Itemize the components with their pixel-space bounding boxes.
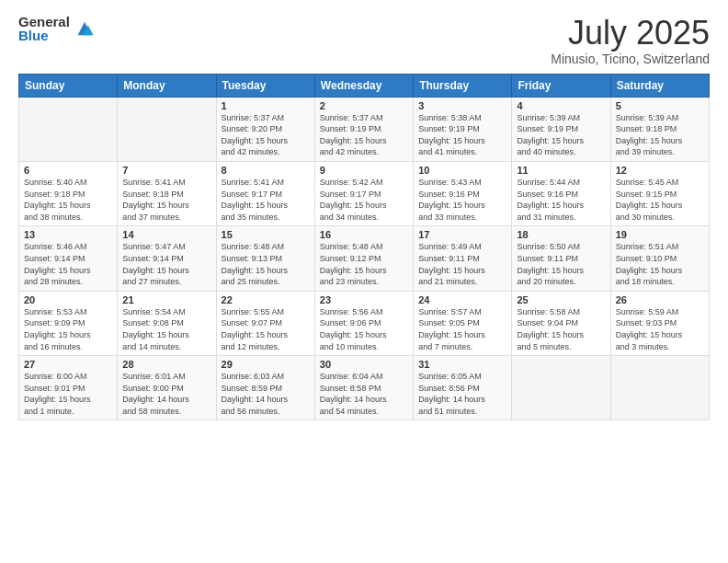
calendar-cell: 2Sunrise: 5:37 AM Sunset: 9:19 PM Daylig… (314, 97, 413, 161)
calendar-week-row: 1Sunrise: 5:37 AM Sunset: 9:20 PM Daylig… (19, 97, 710, 161)
day-info: Sunrise: 5:37 AM Sunset: 9:19 PM Dayligh… (320, 112, 408, 158)
day-of-week-header: Sunday (19, 74, 118, 97)
day-info: Sunrise: 5:51 AM Sunset: 9:10 PM Dayligh… (616, 241, 704, 287)
day-number: 15 (222, 229, 310, 240)
day-number: 26 (616, 294, 704, 305)
day-info: Sunrise: 5:55 AM Sunset: 9:07 PM Dayligh… (222, 306, 310, 352)
day-number: 3 (418, 100, 506, 111)
day-number: 27 (24, 359, 112, 370)
day-number: 14 (122, 229, 210, 240)
day-number: 4 (517, 100, 605, 111)
calendar-week-row: 20Sunrise: 5:53 AM Sunset: 9:09 PM Dayli… (19, 291, 710, 355)
calendar-cell: 22Sunrise: 5:55 AM Sunset: 9:07 PM Dayli… (216, 291, 314, 355)
calendar-cell: 21Sunrise: 5:54 AM Sunset: 9:08 PM Dayli… (118, 291, 216, 355)
calendar-cell: 26Sunrise: 5:59 AM Sunset: 9:03 PM Dayli… (610, 291, 709, 355)
day-number: 17 (418, 229, 506, 240)
calendar-cell: 16Sunrise: 5:48 AM Sunset: 9:12 PM Dayli… (314, 226, 413, 291)
day-number: 24 (418, 294, 506, 305)
calendar-cell: 17Sunrise: 5:49 AM Sunset: 9:11 PM Dayli… (414, 226, 512, 291)
calendar-cell: 7Sunrise: 5:41 AM Sunset: 9:18 PM Daylig… (118, 161, 216, 225)
day-number: 12 (616, 165, 704, 176)
day-number: 1 (222, 100, 310, 111)
day-number: 30 (320, 359, 408, 370)
calendar-cell: 27Sunrise: 6:00 AM Sunset: 9:01 PM Dayli… (19, 356, 118, 420)
calendar-cell: 14Sunrise: 5:47 AM Sunset: 9:14 PM Dayli… (118, 226, 216, 291)
day-number: 29 (222, 359, 310, 370)
day-info: Sunrise: 5:43 AM Sunset: 9:16 PM Dayligh… (418, 177, 506, 223)
day-info: Sunrise: 5:59 AM Sunset: 9:03 PM Dayligh… (616, 306, 704, 352)
day-info: Sunrise: 5:46 AM Sunset: 9:14 PM Dayligh… (24, 241, 112, 287)
day-info: Sunrise: 6:05 AM Sunset: 8:56 PM Dayligh… (418, 371, 506, 417)
day-info: Sunrise: 5:39 AM Sunset: 9:19 PM Dayligh… (517, 112, 605, 158)
calendar-cell: 6Sunrise: 5:40 AM Sunset: 9:18 PM Daylig… (19, 161, 118, 225)
calendar-cell (19, 97, 118, 161)
day-of-week-header: Wednesday (314, 74, 413, 97)
calendar-week-row: 27Sunrise: 6:00 AM Sunset: 9:01 PM Dayli… (19, 356, 710, 420)
day-number: 13 (24, 229, 112, 240)
day-info: Sunrise: 5:58 AM Sunset: 9:04 PM Dayligh… (517, 306, 605, 352)
calendar-cell: 9Sunrise: 5:42 AM Sunset: 9:17 PM Daylig… (314, 161, 413, 225)
calendar-cell: 13Sunrise: 5:46 AM Sunset: 9:14 PM Dayli… (19, 226, 118, 291)
logo-general: General (18, 15, 70, 29)
calendar-cell (118, 97, 216, 161)
day-info: Sunrise: 5:39 AM Sunset: 9:18 PM Dayligh… (616, 112, 704, 158)
calendar-cell: 15Sunrise: 5:48 AM Sunset: 9:13 PM Dayli… (216, 226, 314, 291)
day-number: 31 (418, 359, 506, 370)
calendar-cell: 20Sunrise: 5:53 AM Sunset: 9:09 PM Dayli… (19, 291, 118, 355)
title-block: July 2025 Minusio, Ticino, Switzerland (551, 15, 710, 66)
day-number: 6 (24, 165, 112, 176)
day-number: 7 (122, 165, 210, 176)
location: Minusio, Ticino, Switzerland (551, 52, 710, 66)
calendar-week-row: 13Sunrise: 5:46 AM Sunset: 9:14 PM Dayli… (19, 226, 710, 291)
calendar-week-row: 6Sunrise: 5:40 AM Sunset: 9:18 PM Daylig… (19, 161, 710, 225)
day-number: 23 (320, 294, 408, 305)
calendar-cell (610, 356, 709, 420)
day-number: 20 (24, 294, 112, 305)
day-info: Sunrise: 5:49 AM Sunset: 9:11 PM Dayligh… (418, 241, 506, 287)
calendar-cell: 8Sunrise: 5:41 AM Sunset: 9:17 PM Daylig… (216, 161, 314, 225)
day-info: Sunrise: 5:45 AM Sunset: 9:15 PM Dayligh… (616, 177, 704, 223)
calendar-cell: 25Sunrise: 5:58 AM Sunset: 9:04 PM Dayli… (512, 291, 610, 355)
day-number: 19 (616, 229, 704, 240)
day-info: Sunrise: 5:37 AM Sunset: 9:20 PM Dayligh… (222, 112, 310, 158)
calendar-header-row: SundayMondayTuesdayWednesdayThursdayFrid… (19, 74, 710, 97)
month-title: July 2025 (551, 15, 710, 52)
day-number: 2 (320, 100, 408, 111)
day-of-week-header: Tuesday (216, 74, 314, 97)
day-info: Sunrise: 5:41 AM Sunset: 9:18 PM Dayligh… (122, 177, 210, 223)
day-info: Sunrise: 5:44 AM Sunset: 9:16 PM Dayligh… (517, 177, 605, 223)
day-of-week-header: Friday (512, 74, 610, 97)
day-number: 28 (122, 359, 210, 370)
header: General Blue July 2025 Minusio, Ticino, … (18, 15, 710, 66)
day-of-week-header: Monday (118, 74, 216, 97)
day-info: Sunrise: 6:00 AM Sunset: 9:01 PM Dayligh… (24, 371, 112, 417)
calendar-cell: 10Sunrise: 5:43 AM Sunset: 9:16 PM Dayli… (414, 161, 512, 225)
calendar-cell: 19Sunrise: 5:51 AM Sunset: 9:10 PM Dayli… (610, 226, 709, 291)
day-info: Sunrise: 5:57 AM Sunset: 9:05 PM Dayligh… (418, 306, 506, 352)
calendar-cell: 24Sunrise: 5:57 AM Sunset: 9:05 PM Dayli… (414, 291, 512, 355)
day-info: Sunrise: 5:54 AM Sunset: 9:08 PM Dayligh… (122, 306, 210, 352)
logo-blue: Blue (18, 29, 70, 42)
logo-icon (74, 18, 95, 39)
day-of-week-header: Saturday (610, 74, 709, 97)
calendar-cell: 5Sunrise: 5:39 AM Sunset: 9:18 PM Daylig… (610, 97, 709, 161)
day-number: 11 (517, 165, 605, 176)
day-info: Sunrise: 5:41 AM Sunset: 9:17 PM Dayligh… (222, 177, 310, 223)
calendar-cell (512, 356, 610, 420)
calendar-cell: 18Sunrise: 5:50 AM Sunset: 9:11 PM Dayli… (512, 226, 610, 291)
day-info: Sunrise: 5:42 AM Sunset: 9:17 PM Dayligh… (320, 177, 408, 223)
day-number: 10 (418, 165, 506, 176)
day-info: Sunrise: 5:48 AM Sunset: 9:12 PM Dayligh… (320, 241, 408, 287)
day-number: 8 (222, 165, 310, 176)
day-number: 16 (320, 229, 408, 240)
calendar-cell: 1Sunrise: 5:37 AM Sunset: 9:20 PM Daylig… (216, 97, 314, 161)
day-info: Sunrise: 5:56 AM Sunset: 9:06 PM Dayligh… (320, 306, 408, 352)
calendar: SundayMondayTuesdayWednesdayThursdayFrid… (18, 74, 710, 421)
calendar-cell: 31Sunrise: 6:05 AM Sunset: 8:56 PM Dayli… (414, 356, 512, 420)
calendar-cell: 3Sunrise: 5:38 AM Sunset: 9:19 PM Daylig… (414, 97, 512, 161)
day-number: 5 (616, 100, 704, 111)
day-number: 9 (320, 165, 408, 176)
day-info: Sunrise: 5:50 AM Sunset: 9:11 PM Dayligh… (517, 241, 605, 287)
calendar-cell: 30Sunrise: 6:04 AM Sunset: 8:58 PM Dayli… (314, 356, 413, 420)
day-info: Sunrise: 5:40 AM Sunset: 9:18 PM Dayligh… (24, 177, 112, 223)
